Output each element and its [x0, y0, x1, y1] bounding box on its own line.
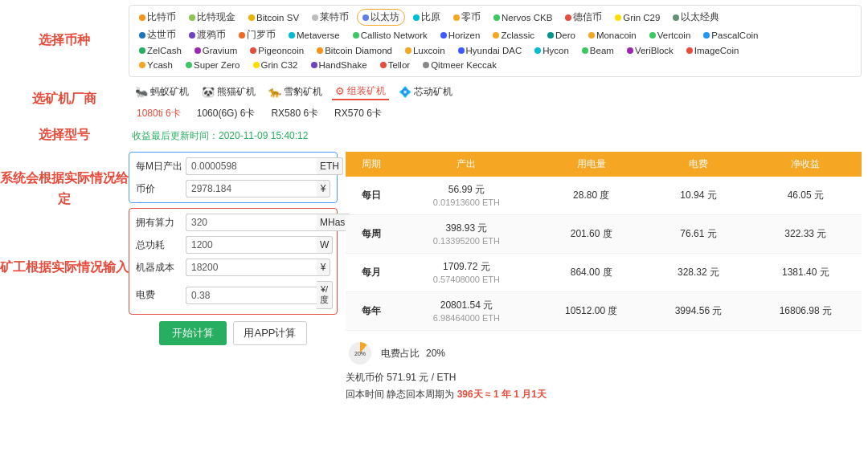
- coin-bitcoin-sv[interactable]: Bitcoin SV: [244, 9, 304, 26]
- daily-output-input[interactable]: [186, 157, 317, 175]
- coin-pigeoncoin[interactable]: Pigeoncoin: [245, 44, 309, 57]
- coin-hyundai-dac[interactable]: Hyundai DAC: [453, 44, 527, 57]
- model-rx580[interactable]: RX580 6卡: [266, 105, 323, 122]
- cell-output: 398.93 元 0.13395200 ETH: [398, 215, 535, 254]
- button-row: 开始计算 用APP计算: [129, 321, 338, 345]
- hashrate-input[interactable]: [186, 214, 317, 231]
- payback-row: 回本时间 静态回本周期为 396天 ≈ 1 年 1 月1天: [346, 388, 862, 401]
- power-row: 总功耗 W: [136, 236, 330, 254]
- coin-veriblock[interactable]: VeriBlock: [622, 44, 678, 57]
- cell-electricity: 10512.00 度: [535, 292, 647, 331]
- coin-hycon[interactable]: Hycon: [530, 44, 574, 57]
- coin-tellor[interactable]: Tellor: [375, 59, 415, 71]
- brand-row: 🐜蚂蚁矿机 🐼熊猫矿机 🐆雪豹矿机 ⚙组装矿机 💠芯动矿机: [129, 83, 862, 100]
- power-label: 总功耗: [136, 238, 186, 252]
- coin-bitcoin-diamond[interactable]: Bitcoin Diamond: [312, 44, 397, 57]
- daily-output-unit: ETH: [317, 157, 343, 175]
- table-row: 每日 56.99 元 0.01913600 ETH 28.80 度 10.94 …: [346, 177, 862, 215]
- electricity-ratio-value: 20%: [426, 348, 445, 359]
- coin-bytom[interactable]: 比原: [408, 9, 445, 26]
- model-1080ti[interactable]: 1080ti 6卡: [132, 105, 186, 122]
- machine-cost-input[interactable]: [186, 259, 317, 276]
- right-content: 比特币 比特现金 Bitcoin SV 莱特币 以太坊 比原 零币 Nervos…: [129, 0, 868, 406]
- bottom-info: 20% 电费占比 20% 关机币价 571.91 元 / ETH 回本时间 静态…: [346, 339, 862, 401]
- coin-vertcoin[interactable]: Vertcoin: [645, 27, 696, 43]
- coin-monacoin[interactable]: Monacoin: [583, 27, 641, 43]
- coin-bitcoin[interactable]: 比特币: [134, 9, 181, 26]
- coin-row-3: ZelCash Gravium Pigeoncoin Bitcoin Diamo…: [134, 44, 856, 57]
- input-group-miner: 拥有算力 MHash 总功耗 W 机器成本 ¥: [129, 208, 338, 315]
- cell-period: 每日: [346, 177, 398, 215]
- coin-dcr[interactable]: 德信币: [560, 9, 607, 26]
- table-row: 每月 1709.72 元 0.57408000 ETH 864.00 度 328…: [346, 254, 862, 292]
- th-net: 净收益: [750, 152, 862, 177]
- coin-etc[interactable]: 以太经典: [668, 9, 724, 26]
- coin-grin-c29[interactable]: Grin C29: [610, 9, 665, 26]
- coin-bitcoin-cash[interactable]: 比特现金: [184, 9, 240, 26]
- label-select-model: 选择型号: [0, 127, 129, 144]
- calc-button[interactable]: 开始计算: [159, 321, 227, 345]
- cell-output: 20801.54 元 6.98464000 ETH: [398, 292, 535, 331]
- coin-callisto[interactable]: Callisto Network: [348, 27, 432, 43]
- coin-luxcoin[interactable]: Luxcoin: [400, 44, 450, 57]
- coin-grin-c32[interactable]: Grin C32: [248, 59, 303, 71]
- coin-beam[interactable]: Beam: [577, 44, 619, 57]
- app-calc-button[interactable]: 用APP计算: [233, 321, 306, 345]
- coin-raven[interactable]: 渡鸦币: [184, 27, 231, 43]
- cell-output-eth: 6.98464000 ETH: [433, 313, 500, 323]
- results-table: 周期 产出 用电量 电费 净收益 每日 56.99 元 0.01913600 E…: [346, 152, 862, 331]
- cell-period: 每周: [346, 215, 398, 254]
- coin-litecoin[interactable]: 莱特币: [307, 9, 354, 26]
- shutdown-label: 关机币价: [346, 372, 384, 383]
- electricity-rate-input[interactable]: [186, 287, 317, 304]
- brand-icon-snowpard: 🐆: [268, 86, 281, 98]
- coin-horizen[interactable]: Horizen: [436, 27, 485, 43]
- coin-gravium[interactable]: Gravium: [190, 44, 242, 57]
- cell-output-eth: 0.01913600 ETH: [433, 197, 500, 207]
- coin-handshake[interactable]: HandShake: [306, 59, 372, 71]
- th-electricity: 用电量: [535, 152, 647, 177]
- table-row: 每周 398.93 元 0.13395200 ETH 201.60 度 76.6…: [346, 215, 862, 254]
- coin-price-input[interactable]: [186, 180, 317, 197]
- coin-zcash[interactable]: 零币: [448, 9, 485, 26]
- cell-period: 每年: [346, 292, 398, 331]
- coin-ethereum[interactable]: 以太坊: [357, 9, 405, 26]
- label-select-coin: 选择币种: [0, 32, 129, 49]
- power-input[interactable]: [186, 236, 317, 254]
- coin-zelcash[interactable]: ZelCash: [134, 44, 186, 57]
- cell-output: 1709.72 元 0.57408000 ETH: [398, 254, 535, 292]
- label-select-brand: 选矿机厂商: [0, 91, 129, 108]
- table-row: 每年 20801.54 元 6.98464000 ETH 10512.00 度 …: [346, 292, 862, 331]
- brand-icon-panda: 🐼: [202, 86, 215, 98]
- brand-antminer[interactable]: 🐜蚂蚁矿机: [132, 84, 192, 100]
- coin-imagecoin[interactable]: ImageCoin: [682, 44, 744, 57]
- brand-panda[interactable]: 🐼熊猫矿机: [199, 84, 259, 100]
- machine-cost-row: 机器成本 ¥: [136, 259, 330, 276]
- cell-net: 16806.98 元: [750, 292, 862, 331]
- hashrate-label: 拥有算力: [136, 216, 186, 230]
- coin-metaverse[interactable]: Metaverse: [284, 27, 345, 43]
- label-miner-note: 矿工根据实际情况输入: [0, 257, 129, 278]
- coin-pascal[interactable]: PascalCoin: [698, 27, 763, 43]
- coin-ycash[interactable]: Ycash: [134, 59, 178, 71]
- model-1060[interactable]: 1060(6G) 6卡: [192, 105, 260, 122]
- coin-super-zero[interactable]: Super Zero: [181, 59, 245, 71]
- hashrate-row: 拥有算力 MHash: [136, 214, 330, 231]
- coin-row-2: 达世币 渡鸦币 门罗币 Metaverse Callisto Network H…: [134, 27, 856, 43]
- brand-snowpard[interactable]: 🐆雪豹矿机: [265, 84, 326, 100]
- coin-monero[interactable]: 门罗币: [234, 27, 280, 43]
- coin-dero[interactable]: Dero: [542, 27, 580, 43]
- coin-zclassic[interactable]: Zclassic: [488, 27, 539, 43]
- coin-dash[interactable]: 达世币: [134, 27, 181, 43]
- coin-nervos[interactable]: Nervos CKB: [489, 9, 557, 26]
- cell-electricity: 864.00 度: [535, 254, 647, 292]
- brand-custom[interactable]: ⚙组装矿机: [332, 83, 389, 100]
- brand-xindong[interactable]: 💠芯动矿机: [395, 84, 456, 100]
- cell-net: 322.33 元: [750, 215, 862, 254]
- machine-cost-unit: ¥: [317, 259, 330, 276]
- coin-price-row: 币价 ¥: [136, 180, 330, 197]
- daily-output-row: 每M日产出 ETH: [136, 157, 330, 175]
- model-rx570[interactable]: RX570 6卡: [330, 105, 387, 122]
- coin-qitmeer[interactable]: Qitmeer Keccak: [418, 59, 502, 71]
- power-unit: W: [317, 236, 333, 254]
